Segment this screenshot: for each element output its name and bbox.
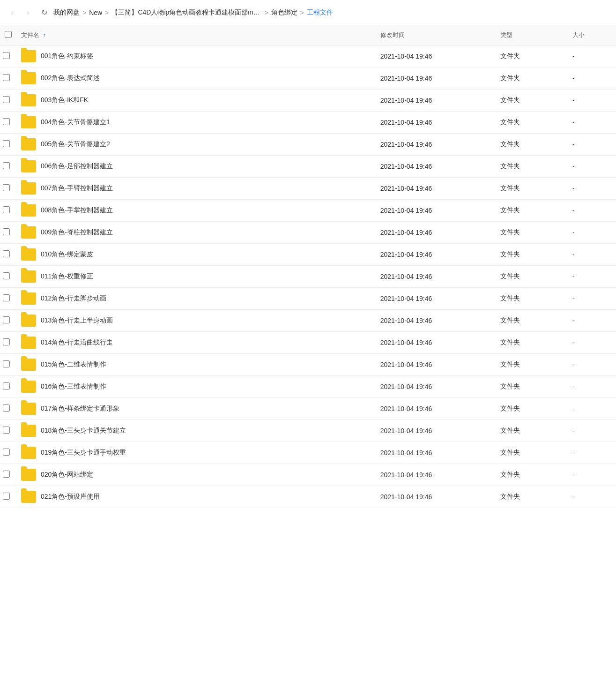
forward-button[interactable]: › <box>22 6 35 19</box>
row-checkbox[interactable] <box>3 316 10 323</box>
file-name-text: 012角色-行走脚步动画 <box>41 294 106 303</box>
row-checkbox[interactable] <box>3 74 10 81</box>
file-type: 文件夹 <box>496 442 568 464</box>
table-row[interactable]: 010角色-绑定蒙皮2021-10-04 19:46文件夹- <box>0 244 616 266</box>
file-name-cell[interactable]: 012角色-行走脚步动画 <box>16 288 376 310</box>
file-name-cell[interactable]: 004角色-关节骨骼建立1 <box>16 112 376 134</box>
folder-icon <box>21 50 36 62</box>
file-name-cell[interactable]: 006角色-足部控制器建立 <box>16 156 376 178</box>
file-name-cell[interactable]: 002角色-表达式简述 <box>16 67 376 90</box>
folder-icon <box>21 381 36 393</box>
row-checkbox[interactable] <box>3 184 10 191</box>
file-name-cell[interactable]: 010角色-绑定蒙皮 <box>16 244 376 266</box>
table-row[interactable]: 016角色-三维表情制作2021-10-04 19:46文件夹- <box>0 376 616 398</box>
row-checkbox[interactable] <box>3 52 10 59</box>
file-type: 文件夹 <box>496 156 568 178</box>
file-name-cell[interactable]: 020角色-网站绑定 <box>16 464 376 486</box>
table-row[interactable]: 003角色-IK和FK2021-10-04 19:46文件夹- <box>0 90 616 112</box>
row-checkbox[interactable] <box>3 360 10 367</box>
table-row[interactable]: 015角色-二维表情制作2021-10-04 19:46文件夹- <box>0 354 616 376</box>
row-checkbox[interactable] <box>3 382 10 389</box>
file-name-cell[interactable]: 001角色-约束标签 <box>16 45 376 67</box>
row-checkbox[interactable] <box>3 272 10 279</box>
table-row[interactable]: 001角色-约束标签2021-10-04 19:46文件夹- <box>0 45 616 67</box>
row-checkbox[interactable] <box>3 427 10 434</box>
breadcrumb-item-course[interactable]: 【三简】C4D人物ip角色动画教程卡通建模面部md衣服权重ik fk关节骨骼..… <box>111 8 261 17</box>
table-row[interactable]: 008角色-手掌控制器建立2021-10-04 19:46文件夹- <box>0 200 616 222</box>
folder-icon <box>21 292 36 305</box>
breadcrumb-item-bind[interactable]: 角色绑定 <box>271 8 297 17</box>
row-checkbox[interactable] <box>3 250 10 257</box>
file-name-cell[interactable]: 015角色-二维表情制作 <box>16 354 376 376</box>
file-name-cell[interactable]: 017角色-样条绑定卡通形象 <box>16 398 376 420</box>
table-row[interactable]: 018角色-三头身卡通关节建立2021-10-04 19:46文件夹- <box>0 420 616 442</box>
row-checkbox-cell <box>0 354 16 376</box>
row-checkbox-cell <box>0 134 16 156</box>
file-size: - <box>568 45 616 67</box>
file-name-cell[interactable]: 018角色-三头身卡通关节建立 <box>16 420 376 442</box>
file-time: 2021-10-04 19:46 <box>376 45 496 67</box>
file-name-cell[interactable]: 003角色-IK和FK <box>16 90 376 112</box>
folder-icon <box>21 226 36 239</box>
file-name-cell[interactable]: 014角色-行走沿曲线行走 <box>16 332 376 354</box>
row-checkbox[interactable] <box>3 294 10 301</box>
col-header-name[interactable]: 文件名 ↑ <box>16 25 376 45</box>
file-name-cell[interactable]: 005角色-关节骨骼建立2 <box>16 134 376 156</box>
table-row[interactable]: 005角色-关节骨骼建立22021-10-04 19:46文件夹- <box>0 134 616 156</box>
col-header-time[interactable]: 修改时间 <box>376 25 496 45</box>
file-size: - <box>568 464 616 486</box>
table-row[interactable]: 011角色-权重修正2021-10-04 19:46文件夹- <box>0 266 616 288</box>
back-button[interactable]: ‹ <box>6 6 19 19</box>
row-checkbox[interactable] <box>3 471 10 478</box>
folder-icon <box>21 447 36 459</box>
table-row[interactable]: 012角色-行走脚步动画2021-10-04 19:46文件夹- <box>0 288 616 310</box>
select-all-checkbox[interactable] <box>5 31 12 38</box>
folder-icon <box>21 72 36 84</box>
table-row[interactable]: 014角色-行走沿曲线行走2021-10-04 19:46文件夹- <box>0 332 616 354</box>
row-checkbox[interactable] <box>3 140 10 147</box>
table-row[interactable]: 017角色-样条绑定卡通形象2021-10-04 19:46文件夹- <box>0 398 616 420</box>
file-size: - <box>568 90 616 112</box>
breadcrumb-item-home[interactable]: 我的网盘 <box>53 8 80 17</box>
file-table: 文件名 ↑ 修改时间 类型 大小 001角色-约束标签2021-10-04 19… <box>0 25 616 508</box>
row-checkbox-cell <box>0 45 16 67</box>
table-row[interactable]: 004角色-关节骨骼建立12021-10-04 19:46文件夹- <box>0 112 616 134</box>
file-name-cell[interactable]: 009角色-脊柱控制器建立 <box>16 222 376 244</box>
folder-icon <box>21 491 36 503</box>
folder-icon <box>21 337 36 349</box>
refresh-button[interactable]: ↻ <box>37 6 51 19</box>
row-checkbox[interactable] <box>3 493 10 500</box>
table-row[interactable]: 020角色-网站绑定2021-10-04 19:46文件夹- <box>0 464 616 486</box>
file-time: 2021-10-04 19:46 <box>376 354 496 376</box>
row-checkbox[interactable] <box>3 404 10 412</box>
file-time: 2021-10-04 19:46 <box>376 112 496 134</box>
row-checkbox-cell <box>0 156 16 178</box>
row-checkbox[interactable] <box>3 96 10 103</box>
file-name-text: 019角色-三头身卡通手动权重 <box>41 449 126 457</box>
table-row[interactable]: 002角色-表达式简述2021-10-04 19:46文件夹- <box>0 67 616 90</box>
row-checkbox[interactable] <box>3 449 10 456</box>
file-name-cell[interactable]: 008角色-手掌控制器建立 <box>16 200 376 222</box>
file-name-cell[interactable]: 019角色-三头身卡通手动权重 <box>16 442 376 464</box>
file-name-cell[interactable]: 007角色-手臂控制器建立 <box>16 178 376 200</box>
table-row[interactable]: 007角色-手臂控制器建立2021-10-04 19:46文件夹- <box>0 178 616 200</box>
file-name-cell[interactable]: 013角色-行走上半身动画 <box>16 310 376 332</box>
file-name-cell[interactable]: 016角色-三维表情制作 <box>16 376 376 398</box>
row-checkbox-cell <box>0 420 16 442</box>
row-checkbox[interactable] <box>3 162 10 169</box>
file-type: 文件夹 <box>496 288 568 310</box>
row-checkbox[interactable] <box>3 338 10 345</box>
breadcrumb-item-new[interactable]: New <box>89 9 102 16</box>
file-name-cell[interactable]: 021角色-预设库使用 <box>16 486 376 508</box>
row-checkbox[interactable] <box>3 228 10 235</box>
row-checkbox[interactable] <box>3 206 10 213</box>
table-row[interactable]: 009角色-脊柱控制器建立2021-10-04 19:46文件夹- <box>0 222 616 244</box>
table-row[interactable]: 006角色-足部控制器建立2021-10-04 19:46文件夹- <box>0 156 616 178</box>
row-checkbox[interactable] <box>3 118 10 125</box>
table-row[interactable]: 019角色-三头身卡通手动权重2021-10-04 19:46文件夹- <box>0 442 616 464</box>
table-row[interactable]: 021角色-预设库使用2021-10-04 19:46文件夹- <box>0 486 616 508</box>
file-name-cell[interactable]: 011角色-权重修正 <box>16 266 376 288</box>
file-time: 2021-10-04 19:46 <box>376 288 496 310</box>
file-size: - <box>568 156 616 178</box>
table-row[interactable]: 013角色-行走上半身动画2021-10-04 19:46文件夹- <box>0 310 616 332</box>
